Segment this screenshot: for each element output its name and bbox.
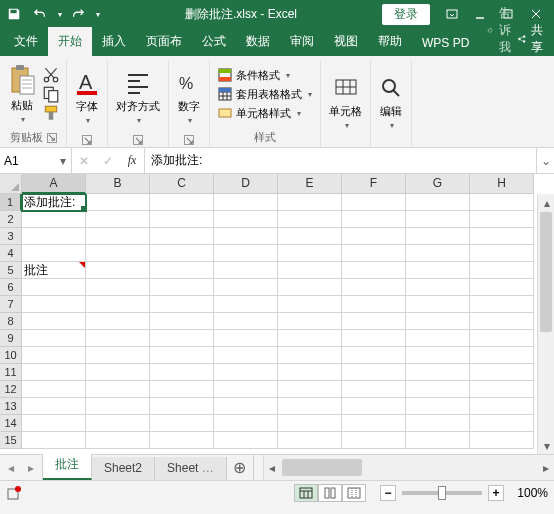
cell-G7[interactable] xyxy=(406,296,470,313)
cell-F3[interactable] xyxy=(342,228,406,245)
cell-H4[interactable] xyxy=(470,245,534,262)
cell-F13[interactable] xyxy=(342,398,406,415)
number-dialog-launcher[interactable]: ↘ xyxy=(184,135,194,145)
cell-H7[interactable] xyxy=(470,296,534,313)
cell-E9[interactable] xyxy=(278,330,342,347)
row-header-7[interactable]: 7 xyxy=(0,296,22,313)
cell-A4[interactable] xyxy=(22,245,86,262)
cell-C2[interactable] xyxy=(150,211,214,228)
cell-A9[interactable] xyxy=(22,330,86,347)
paste-button[interactable]: 粘贴 ▾ xyxy=(6,62,38,126)
cell-E8[interactable] xyxy=(278,313,342,330)
cell-H13[interactable] xyxy=(470,398,534,415)
cell-D15[interactable] xyxy=(214,432,278,449)
number-group-button[interactable]: % 数字 ▾ xyxy=(175,67,203,127)
cell-H11[interactable] xyxy=(470,364,534,381)
cell-D8[interactable] xyxy=(214,313,278,330)
conditional-formatting-button[interactable]: 条件格式▾ xyxy=(216,67,314,84)
login-button[interactable]: 登录 xyxy=(382,4,430,25)
cell-H2[interactable] xyxy=(470,211,534,228)
cell-D9[interactable] xyxy=(214,330,278,347)
horizontal-scrollbar[interactable]: ◂ ▸ xyxy=(263,455,554,480)
sheet-splitter[interactable] xyxy=(253,455,263,480)
tab-review[interactable]: 审阅 xyxy=(280,27,324,56)
format-painter-button[interactable] xyxy=(42,105,60,121)
cell-C12[interactable] xyxy=(150,381,214,398)
cell-H8[interactable] xyxy=(470,313,534,330)
cell-F9[interactable] xyxy=(342,330,406,347)
column-header-F[interactable]: F xyxy=(342,174,406,194)
cell-B1[interactable] xyxy=(86,194,150,211)
column-header-G[interactable]: G xyxy=(406,174,470,194)
row-header-3[interactable]: 3 xyxy=(0,228,22,245)
select-all-corner[interactable] xyxy=(0,174,22,194)
column-header-A[interactable]: A xyxy=(22,174,86,194)
cell-B3[interactable] xyxy=(86,228,150,245)
cell-E15[interactable] xyxy=(278,432,342,449)
cell-D7[interactable] xyxy=(214,296,278,313)
scroll-left-arrow[interactable]: ◂ xyxy=(264,459,281,476)
cell-H5[interactable] xyxy=(470,262,534,279)
cell-F5[interactable] xyxy=(342,262,406,279)
copy-button[interactable] xyxy=(42,86,60,102)
cell-A2[interactable] xyxy=(22,211,86,228)
tab-formulas[interactable]: 公式 xyxy=(192,27,236,56)
cell-G2[interactable] xyxy=(406,211,470,228)
cell-D14[interactable] xyxy=(214,415,278,432)
cell-G6[interactable] xyxy=(406,279,470,296)
cell-D10[interactable] xyxy=(214,347,278,364)
cell-B13[interactable] xyxy=(86,398,150,415)
cell-H10[interactable] xyxy=(470,347,534,364)
cell-F10[interactable] xyxy=(342,347,406,364)
tab-help[interactable]: 帮助 xyxy=(368,27,412,56)
cell-G10[interactable] xyxy=(406,347,470,364)
share-button[interactable]: 共享 xyxy=(517,22,547,56)
cell-A8[interactable] xyxy=(22,313,86,330)
cell-E2[interactable] xyxy=(278,211,342,228)
cut-button[interactable] xyxy=(42,67,60,83)
expand-formula-bar[interactable]: ⌄ xyxy=(536,148,554,173)
cell-G1[interactable] xyxy=(406,194,470,211)
cell-F4[interactable] xyxy=(342,245,406,262)
cell-G9[interactable] xyxy=(406,330,470,347)
cell-D4[interactable] xyxy=(214,245,278,262)
new-sheet-button[interactable]: ⊕ xyxy=(227,455,253,480)
column-header-D[interactable]: D xyxy=(214,174,278,194)
sheet-nav-prev[interactable]: ◂ xyxy=(8,461,14,475)
scroll-right-arrow[interactable]: ▸ xyxy=(537,459,554,476)
row-header-2[interactable]: 2 xyxy=(0,211,22,228)
cell-A11[interactable] xyxy=(22,364,86,381)
page-layout-view-button[interactable] xyxy=(318,484,342,502)
undo-button[interactable] xyxy=(30,4,50,24)
formula-input[interactable] xyxy=(145,148,536,173)
zoom-in-button[interactable]: + xyxy=(488,485,504,501)
vertical-scrollbar[interactable]: ▴ ▾ xyxy=(537,194,554,454)
cell-styles-button[interactable]: 单元格样式▾ xyxy=(216,105,314,122)
row-header-4[interactable]: 4 xyxy=(0,245,22,262)
tab-file[interactable]: 文件 xyxy=(4,27,48,56)
row-header-12[interactable]: 12 xyxy=(0,381,22,398)
row-header-10[interactable]: 10 xyxy=(0,347,22,364)
column-header-H[interactable]: H xyxy=(470,174,534,194)
cell-F14[interactable] xyxy=(342,415,406,432)
alignment-dialog-launcher[interactable]: ↘ xyxy=(133,135,143,145)
cell-E5[interactable] xyxy=(278,262,342,279)
row-header-6[interactable]: 6 xyxy=(0,279,22,296)
cell-B10[interactable] xyxy=(86,347,150,364)
cells-group-button[interactable]: 单元格 ▾ xyxy=(327,72,364,132)
cell-E12[interactable] xyxy=(278,381,342,398)
cell-A1[interactable]: 添加批注: xyxy=(22,194,86,211)
cell-C5[interactable] xyxy=(150,262,214,279)
scroll-up-arrow[interactable]: ▴ xyxy=(538,194,554,211)
cell-E7[interactable] xyxy=(278,296,342,313)
cell-C6[interactable] xyxy=(150,279,214,296)
cell-G11[interactable] xyxy=(406,364,470,381)
cell-H9[interactable] xyxy=(470,330,534,347)
save-button[interactable] xyxy=(4,4,24,24)
cell-B5[interactable] xyxy=(86,262,150,279)
cell-G3[interactable] xyxy=(406,228,470,245)
zoom-slider[interactable] xyxy=(402,491,482,495)
cell-A7[interactable] xyxy=(22,296,86,313)
page-break-view-button[interactable] xyxy=(342,484,366,502)
row-header-8[interactable]: 8 xyxy=(0,313,22,330)
